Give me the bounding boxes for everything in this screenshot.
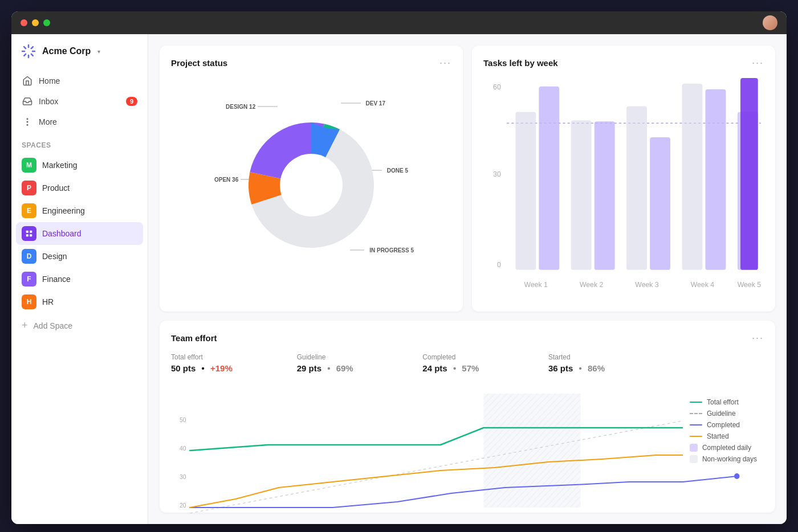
- space-icon-dashboard: [22, 226, 36, 241]
- legend-label-guideline: Guideline: [707, 410, 736, 418]
- space-icon-engineering: E: [22, 203, 36, 218]
- sidebar-item-engineering[interactable]: E Engineering: [16, 199, 143, 222]
- svg-text:Week 2: Week 2: [580, 281, 604, 289]
- sidebar-item-dashboard[interactable]: Dashboard: [16, 222, 143, 245]
- legend-total-effort: Total effort: [690, 398, 757, 406]
- svg-rect-31: [682, 84, 703, 270]
- pie-chart-svg: [249, 122, 374, 248]
- svg-rect-32: [706, 89, 726, 270]
- svg-rect-25: [515, 112, 536, 269]
- svg-line-3: [31, 54, 33, 56]
- tasks-week-header: Tasks left by week ···: [483, 57, 764, 69]
- svg-text:Week 4: Week 4: [691, 281, 715, 289]
- tasks-week-title: Tasks left by week: [483, 58, 558, 68]
- metric-completed-label: Completed: [422, 353, 535, 361]
- svg-rect-34: [740, 78, 758, 270]
- legend-line-started: [690, 436, 702, 437]
- chart-legend: Total effort Guideline Completed St: [683, 394, 764, 468]
- svg-point-20: [280, 154, 343, 216]
- legend-label-nonworking: Non-working days: [702, 455, 757, 463]
- maximize-dot[interactable]: [43, 19, 50, 26]
- svg-text:Week 1: Week 1: [524, 281, 548, 289]
- sidebar-item-marketing[interactable]: M Marketing: [16, 154, 143, 177]
- close-dot[interactable]: [21, 19, 27, 26]
- svg-point-48: [734, 473, 739, 479]
- metric-guideline-value: 29 pts • 69%: [297, 363, 409, 373]
- space-label-engineering: Engineering: [42, 206, 85, 215]
- svg-line-1: [31, 47, 33, 48]
- legend-swatch-daily: [690, 444, 698, 452]
- metric-started-label: Started: [548, 353, 661, 361]
- space-label-hr: HR: [42, 297, 54, 306]
- sidebar-item-inbox-label: Inbox: [39, 97, 58, 106]
- svg-text:20: 20: [180, 501, 186, 508]
- pie-chart-container: DEV 17 DONE 5 IN PROGRESS 5: [171, 78, 451, 293]
- svg-point-10: [27, 125, 28, 126]
- svg-text:30: 30: [180, 473, 186, 480]
- add-space-button[interactable]: + Add Space: [11, 316, 148, 335]
- space-label-dashboard: Dashboard: [42, 229, 82, 238]
- line-chart-container: 20 30 40 50: [171, 394, 764, 519]
- svg-rect-26: [539, 87, 559, 270]
- legend-swatch-nonworking: [690, 455, 698, 463]
- plus-icon: +: [22, 320, 28, 332]
- svg-rect-47: [483, 394, 580, 508]
- sidebar-item-hr[interactable]: H HR: [16, 290, 143, 313]
- svg-text:60: 60: [493, 83, 501, 91]
- app-body: Acme Corp ▾ Home: [11, 34, 787, 524]
- avatar[interactable]: [763, 15, 777, 30]
- home-icon: [22, 75, 33, 87]
- svg-point-9: [27, 118, 28, 120]
- sidebar-nav: Home Inbox 9: [11, 71, 148, 132]
- team-effort-menu[interactable]: ···: [752, 332, 764, 344]
- svg-rect-14: [30, 234, 32, 236]
- svg-line-7: [24, 47, 26, 48]
- svg-text:0: 0: [497, 261, 501, 269]
- space-icon-design: D: [22, 249, 36, 264]
- minimize-dot[interactable]: [32, 19, 39, 26]
- pie-label-inprogress: IN PROGRESS 5: [350, 247, 414, 253]
- sidebar-item-more-label: More: [39, 117, 57, 126]
- metric-total-effort: Total effort 50 pts • +19%: [171, 353, 297, 373]
- metrics-row: Total effort 50 pts • +19% Guideline 29 …: [171, 353, 764, 382]
- svg-line-5: [24, 54, 26, 56]
- team-effort-card: Team effort ··· Total effort 50 pts • +1…: [160, 321, 775, 513]
- space-icon-marketing: M: [22, 158, 36, 173]
- tasks-week-menu[interactable]: ···: [752, 57, 764, 69]
- more-icon: [22, 116, 33, 128]
- sidebar-item-more[interactable]: More: [16, 112, 143, 132]
- sidebar-item-finance[interactable]: F Finance: [16, 268, 143, 290]
- legend-line-completed: [690, 424, 702, 425]
- sidebar-item-design[interactable]: D Design: [16, 245, 143, 268]
- legend-guideline: Guideline: [690, 410, 757, 418]
- team-effort-header: Team effort ···: [171, 332, 764, 344]
- svg-rect-29: [626, 107, 647, 270]
- project-status-card: Project status ··· DEV 17: [160, 46, 463, 312]
- space-label-finance: Finance: [42, 275, 71, 284]
- sidebar-item-home-label: Home: [39, 76, 60, 85]
- space-label-marketing: Marketing: [42, 161, 77, 170]
- legend-completed-daily: Completed daily: [690, 444, 757, 452]
- sidebar-item-inbox[interactable]: Inbox 9: [16, 91, 143, 112]
- sidebar-item-home[interactable]: Home: [16, 71, 143, 91]
- svg-point-8: [27, 121, 28, 122]
- sidebar-item-product[interactable]: P Product: [16, 177, 143, 199]
- legend-started: Started: [690, 432, 757, 440]
- space-icon-finance: F: [22, 272, 36, 287]
- project-status-menu[interactable]: ···: [439, 57, 451, 69]
- svg-rect-13: [26, 234, 28, 236]
- charts-row: Project status ··· DEV 17: [160, 46, 775, 312]
- svg-text:40: 40: [180, 444, 186, 451]
- inbox-badge: 9: [126, 97, 137, 106]
- inbox-icon: [22, 96, 33, 107]
- sidebar: Acme Corp ▾ Home: [11, 34, 148, 524]
- pie-label-dev: DEV 17: [341, 100, 385, 107]
- metric-completed: Completed 24 pts • 57%: [422, 353, 548, 373]
- space-icon-product: P: [22, 181, 36, 195]
- project-status-header: Project status ···: [171, 57, 451, 69]
- brand-icon: [21, 43, 36, 59]
- svg-text:Week 5: Week 5: [738, 281, 762, 289]
- legend-line-total: [690, 402, 702, 403]
- brand[interactable]: Acme Corp ▾: [11, 43, 148, 71]
- metric-completed-value: 24 pts • 57%: [422, 363, 535, 373]
